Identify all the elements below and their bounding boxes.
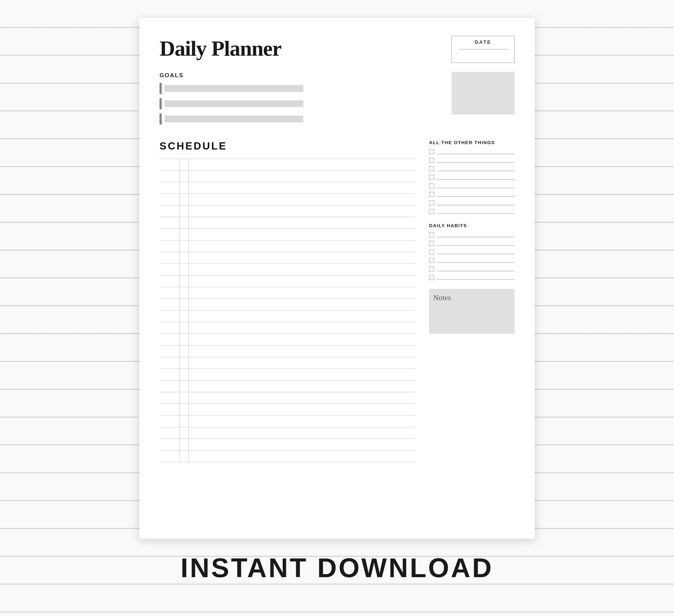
dot-col: [180, 252, 189, 264]
schedule-line: [189, 392, 416, 404]
checkbox-other-2[interactable]: [429, 158, 434, 163]
planner-card: Daily Planner DATE GOALS: [139, 18, 535, 539]
goal-tick-2: [159, 98, 162, 109]
checkbox-habit-6[interactable]: [429, 275, 434, 280]
dot-col: [180, 205, 189, 217]
time-col: [159, 439, 180, 450]
goal-bar-3: [164, 116, 303, 122]
goals-left: GOALS: [159, 72, 303, 129]
schedule-line: [189, 439, 416, 450]
date-label: DATE: [475, 39, 491, 45]
schedule-row: [159, 404, 416, 416]
goals-label: GOALS: [159, 72, 303, 79]
checkbox-other-8[interactable]: [429, 209, 434, 214]
schedule-row: [159, 322, 416, 334]
schedule-row: [159, 380, 416, 392]
all-other-things-label: ALL THE OTHER THINGS: [429, 140, 515, 145]
checkbox-other-3[interactable]: [429, 166, 434, 171]
right-col: ALL THE OTHER THINGS DAILY HABITS: [429, 140, 515, 334]
daily-habits-label: DAILY HABITS: [429, 223, 515, 228]
schedule-line: [189, 416, 416, 427]
dot-col: [180, 182, 189, 193]
checkbox-other-5[interactable]: [429, 183, 434, 188]
schedule-line: [189, 170, 416, 182]
time-col: [159, 287, 180, 299]
dot-col: [180, 217, 189, 228]
schedule-row: [159, 276, 416, 287]
time-col: [159, 276, 180, 287]
schedule-line: [189, 404, 416, 415]
checkbox-line-other-5: [437, 184, 515, 188]
schedule-line: [189, 194, 416, 205]
schedule-row: [159, 451, 416, 462]
checkbox-line-habit-1: [437, 233, 515, 237]
all-other-things-section: ALL THE OTHER THINGS: [429, 140, 515, 214]
checkbox-row-other-1: [429, 149, 515, 154]
schedule-line: [189, 241, 416, 252]
checkbox-line-other-3: [437, 167, 515, 171]
goal-bar-1: [164, 85, 303, 92]
schedule-label: SCHEDULE: [159, 140, 416, 152]
schedule-row: [159, 369, 416, 380]
checkbox-line-habit-4: [437, 258, 515, 263]
checkbox-other-7[interactable]: [429, 200, 434, 205]
checkbox-line-habit-2: [437, 241, 515, 246]
schedule-line: [189, 451, 416, 462]
time-col: [159, 159, 180, 170]
dot-col: [180, 416, 189, 427]
time-col: [159, 194, 180, 205]
checkbox-row-habit-3: [429, 250, 515, 254]
dot-col: [180, 194, 189, 205]
dot-col: [180, 427, 189, 439]
checkbox-line-other-2: [437, 158, 515, 163]
planner-title: Daily Planner: [159, 36, 281, 61]
time-col: [159, 451, 180, 462]
schedule-line: [189, 287, 416, 299]
schedule-row: [159, 217, 416, 229]
schedule-row: [159, 439, 416, 451]
schedule-row: [159, 416, 416, 427]
time-col: [159, 416, 180, 427]
dot-col: [180, 357, 189, 368]
checkbox-habit-3[interactable]: [429, 250, 434, 254]
time-col: [159, 357, 180, 368]
checkbox-habit-4[interactable]: [429, 258, 434, 263]
dot-col: [180, 310, 189, 322]
checkbox-row-habit-5: [429, 267, 515, 271]
checkbox-line-other-1: [437, 150, 515, 154]
schedule-col: SCHEDULE: [159, 140, 416, 462]
dot-col: [180, 287, 189, 299]
checkbox-row-habit-6: [429, 275, 515, 280]
schedule-row: [159, 170, 416, 182]
daily-habits-section: DAILY HABITS: [429, 223, 515, 280]
schedule-line: [189, 299, 416, 310]
checkbox-habit-2[interactable]: [429, 241, 434, 246]
time-col: [159, 380, 180, 392]
time-col: [159, 205, 180, 217]
time-col: [159, 170, 180, 182]
checkbox-other-4[interactable]: [429, 175, 434, 180]
dot-col: [180, 451, 189, 462]
checkbox-row-habit-1: [429, 233, 515, 237]
schedule-row: [159, 252, 416, 264]
dot-col: [180, 404, 189, 415]
dot-col: [180, 322, 189, 334]
checkbox-habit-5[interactable]: [429, 267, 434, 271]
checkbox-habit-1[interactable]: [429, 233, 434, 237]
schedule-line: [189, 322, 416, 334]
header-row: Daily Planner DATE: [159, 36, 515, 63]
schedule-line: [189, 345, 416, 357]
checkbox-line-other-8: [437, 209, 515, 214]
schedule-row: [159, 310, 416, 322]
checkbox-other-1[interactable]: [429, 149, 434, 154]
schedule-line: [189, 310, 416, 322]
schedule-line: [189, 229, 416, 240]
goals-image-placeholder: [452, 72, 515, 115]
notes-box: Notes: [429, 289, 515, 334]
time-col: [159, 404, 180, 415]
schedule-row: [159, 229, 416, 241]
dot-col: [180, 229, 189, 240]
checkbox-other-6[interactable]: [429, 192, 434, 197]
main-columns: SCHEDULE: [159, 140, 515, 462]
time-col: [159, 322, 180, 334]
